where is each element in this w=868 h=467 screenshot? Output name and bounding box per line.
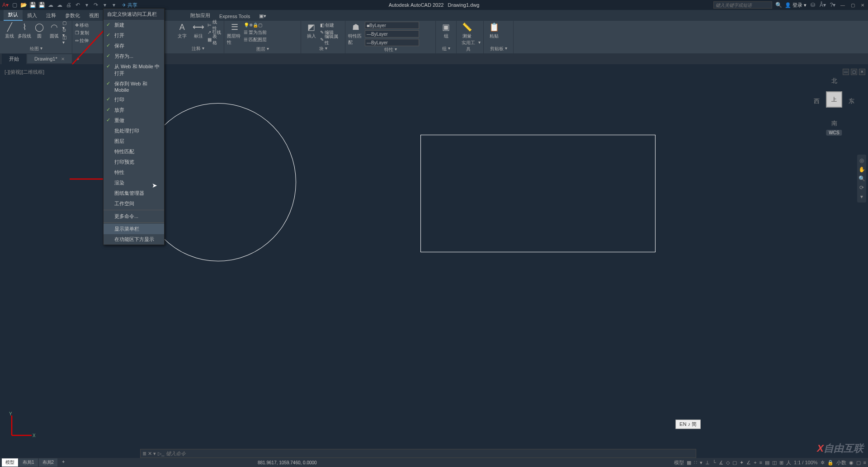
tab-insert[interactable]: 插入 — [23, 10, 42, 21]
close-button[interactable]: ✕ — [859, 1, 866, 9]
nav-pan-icon[interactable]: ✋ — [859, 166, 865, 173]
viewcube-west[interactable]: 西 — [814, 97, 820, 105]
sb-workspace-icon[interactable]: ◉ — [849, 460, 854, 466]
sb-units-icon[interactable]: 🔒 — [827, 460, 834, 466]
lineweight-dropdown[interactable]: — ByLayer — [365, 39, 419, 46]
tab-add-button[interactable]: + — [73, 54, 83, 63]
search-icon[interactable]: 🔍 — [775, 1, 782, 9]
qa-item-plotpreview[interactable]: 打印预览 — [104, 157, 164, 167]
line-button[interactable]: ╱直线 — [3, 22, 16, 39]
qa-item-sheetset[interactable]: 图纸集管理器 — [104, 188, 164, 198]
sb-model-tab[interactable]: 模型 — [2, 458, 18, 467]
vp-minimize[interactable]: — — [843, 69, 849, 75]
sb-sc-icon[interactable]: ⊞ — [779, 460, 783, 466]
qa-item-save[interactable]: 保存 — [104, 41, 164, 51]
qa-dropdown-icon[interactable]: ▾ — [110, 1, 118, 9]
match-layer-button[interactable]: ☰ 匹配图层 — [244, 36, 267, 43]
web-open-icon[interactable]: ☁ — [47, 1, 54, 9]
table-button[interactable]: ▦ 表格 — [208, 36, 221, 43]
draw-misc3[interactable]: ◫ ▾ — [62, 36, 69, 43]
sb-grid-icon[interactable]: ▦ — [687, 460, 691, 466]
sb-layout2-tab[interactable]: 布局2 — [39, 458, 58, 467]
tab-parametric[interactable]: 参数化 — [61, 10, 85, 21]
qa-item-saveas[interactable]: 另存为... — [104, 51, 164, 61]
sb-qp-icon[interactable]: ◫ — [772, 460, 777, 466]
sb-gear-icon[interactable]: ✲ — [821, 460, 825, 466]
dim-button[interactable]: ⟷标注 — [191, 22, 206, 39]
qa-item-props[interactable]: 特性 — [104, 167, 164, 178]
qa-item-webopen[interactable]: 从 Web 和 Mobile 中打开 — [104, 61, 164, 79]
tab-toggle[interactable]: ▣▾ — [255, 11, 271, 21]
make-current-button[interactable]: ☰ 置为当前 — [244, 29, 267, 36]
text-button[interactable]: A文字 — [175, 22, 189, 39]
linetype-dropdown[interactable]: — ByLayer — [365, 30, 419, 38]
a360-icon[interactable]: Å▾ — [819, 1, 826, 9]
viewcube-south[interactable]: 南 — [831, 119, 837, 127]
viewcube-wcs[interactable]: WCS — [826, 130, 842, 136]
exchange-icon[interactable]: ⛁ — [809, 1, 816, 9]
sb-tpy-icon[interactable]: ▤ — [765, 460, 769, 466]
web-save-icon[interactable]: ☁ — [56, 1, 63, 9]
sb-clean-icon[interactable]: ▢ — [856, 460, 861, 466]
command-input[interactable] — [166, 451, 694, 456]
tab-close-icon[interactable]: ✕ — [61, 57, 65, 61]
sb-otrack-icon[interactable]: ∠ — [746, 460, 751, 466]
linear-button[interactable]: ⊢ 线性 — [208, 22, 221, 28]
tab-annotate[interactable]: 注释 — [42, 10, 61, 21]
redo-icon[interactable]: ↷ — [92, 1, 99, 9]
qa-item-undo[interactable]: 放弃 — [104, 105, 164, 115]
qa-item-layers[interactable]: 图层 — [104, 136, 164, 146]
layer-props-button[interactable]: ☰图层特性 — [227, 22, 242, 46]
sb-osnap-icon[interactable]: ▢ — [732, 460, 737, 466]
qa-item-more[interactable]: 更多命令... — [104, 211, 164, 222]
app-menu-icon[interactable]: A▾ — [2, 1, 9, 9]
save-icon[interactable]: 💾 — [29, 1, 36, 9]
tab-start[interactable]: 开始 — [2, 54, 26, 64]
sb-decimal-label[interactable]: 小数 — [836, 459, 846, 466]
open-icon[interactable]: 📂 — [20, 1, 27, 9]
qa-item-websave[interactable]: 保存到 Web 和 Mobile — [104, 79, 164, 94]
sb-snap-icon[interactable]: ∷ — [694, 460, 697, 466]
sb-lwt-icon[interactable]: ≡ — [760, 460, 762, 465]
sb-3dosnap-icon[interactable]: ✦ — [740, 460, 744, 466]
move-button[interactable]: ✥ 移动 — [75, 22, 89, 28]
sb-iso-icon[interactable]: ◇ — [726, 460, 730, 466]
undo-icon[interactable]: ↶ — [74, 1, 81, 9]
qa-item-new[interactable]: 新建 — [104, 20, 164, 30]
group-button[interactable]: ▣组 — [439, 22, 453, 39]
circle-button[interactable]: ◯圆 — [33, 22, 46, 39]
viewcube-top[interactable]: 上 — [826, 91, 842, 108]
measure-button[interactable]: 📏测量 — [459, 22, 475, 39]
create-block-button[interactable]: ◧ 创建 — [320, 22, 342, 28]
qa-item-workspace[interactable]: 工作空间 — [104, 198, 164, 209]
help-icon[interactable]: ?▾ — [829, 1, 836, 9]
nav-more-icon[interactable]: ▾ — [860, 193, 863, 200]
match-props-button[interactable]: ☗特性匹配 — [348, 22, 363, 46]
layer-misc-icons[interactable]: 💡❄🔒▢ — [244, 23, 262, 28]
share-button[interactable]: ✈ 共享 — [122, 2, 137, 9]
qa-item-matchprops[interactable]: 特性匹配 — [104, 146, 164, 157]
sb-layout1-tab[interactable]: 布局1 — [19, 458, 38, 467]
paste-button[interactable]: 📋粘贴 — [486, 22, 502, 39]
viewcube-east[interactable]: 东 — [849, 97, 854, 105]
sb-add-layout[interactable]: + — [58, 458, 68, 467]
tab-view[interactable]: 视图 — [85, 10, 104, 21]
login-button[interactable]: 👤 登录 ▾ — [785, 2, 807, 9]
print-icon[interactable]: 🖨 — [65, 1, 72, 9]
polyline-button[interactable]: ⌇多段线 — [18, 22, 31, 39]
view-cube[interactable]: 北 南 东 西 上 WCS — [814, 77, 854, 136]
sb-zoom-label[interactable]: 1:1 / 100% — [794, 460, 818, 465]
color-dropdown[interactable]: ■ ByLayer — [365, 22, 419, 29]
tab-addons[interactable]: 附加应用 — [186, 10, 215, 21]
minimize-button[interactable]: — — [839, 1, 846, 9]
undo-dd-icon[interactable]: ▾ — [83, 1, 90, 9]
vp-close[interactable]: ✕ — [859, 69, 865, 75]
sb-ortho-icon[interactable]: └ — [712, 460, 716, 465]
sb-anno-icon[interactable]: 人 — [786, 459, 791, 466]
sb-dyn-icon[interactable]: + — [754, 460, 756, 465]
arc-button[interactable]: ◠圆弧 — [47, 22, 61, 39]
sb-polar-icon[interactable]: ∡ — [719, 460, 723, 466]
maximize-button[interactable]: ▢ — [849, 1, 856, 9]
redo-dd-icon[interactable]: ▾ — [101, 1, 108, 9]
sb-custom-icon[interactable]: ≡ — [863, 460, 866, 465]
